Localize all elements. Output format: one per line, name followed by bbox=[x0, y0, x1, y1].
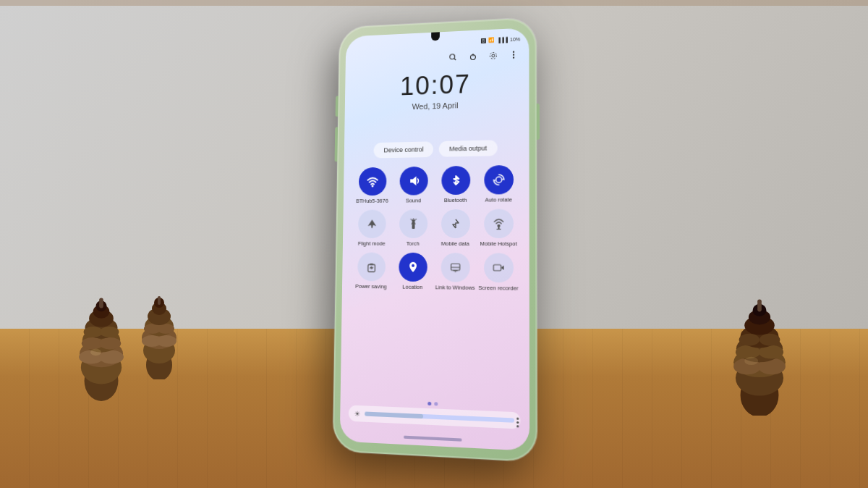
svg-point-23 bbox=[157, 324, 174, 334]
signal-bars-icon: ▐▐▐ bbox=[497, 37, 508, 43]
flightmode-label: Flight mode bbox=[358, 240, 386, 247]
location-label: Location bbox=[402, 284, 422, 290]
svg-rect-67 bbox=[370, 264, 373, 265]
sound-icon bbox=[399, 167, 427, 195]
svg-point-49 bbox=[490, 52, 496, 59]
svg-point-68 bbox=[412, 264, 414, 267]
svg-point-43 bbox=[744, 357, 758, 365]
status-icons: 🅱 📶 ▐▐▐ 10% bbox=[481, 36, 520, 43]
linktowindows-icon bbox=[441, 253, 469, 282]
qs-row-1: BTHub5-3676 Sound Bluetooth bbox=[352, 165, 520, 204]
brightness-more-icon[interactable] bbox=[516, 418, 519, 428]
qs-row-2: Flight mode Torch Mobile data bbox=[351, 209, 520, 247]
svg-line-61 bbox=[410, 219, 411, 219]
power-icon[interactable] bbox=[467, 50, 480, 63]
autorotate-icon bbox=[484, 165, 514, 195]
location-icon bbox=[399, 253, 427, 282]
device-control-button[interactable]: Device control bbox=[374, 141, 434, 158]
qs-tile-wifi[interactable]: BTHub5-3676 bbox=[353, 167, 391, 204]
device-media-row: Device control Media output bbox=[352, 140, 520, 159]
settings-icon[interactable] bbox=[487, 49, 500, 62]
powersaving-icon bbox=[357, 253, 386, 282]
qs-tile-location[interactable]: Location bbox=[393, 253, 433, 290]
bluetooth-label: Bluetooth bbox=[444, 197, 467, 203]
qs-tile-powersaving[interactable]: Power saving bbox=[352, 253, 391, 290]
qs-row-3: Power saving Location Link to Windows bbox=[350, 253, 520, 292]
clock: 10:07 bbox=[345, 67, 529, 104]
time-display: 10:07 Wed, 19 April bbox=[345, 67, 529, 113]
bluetooth-status-icon: 🅱 bbox=[481, 38, 486, 43]
qs-tile-mobilehotspot[interactable]: Mobile Hotspot bbox=[478, 209, 519, 247]
qs-tile-linktowindows[interactable]: Link to Windows bbox=[435, 253, 475, 291]
page-dot-2 bbox=[434, 402, 438, 405]
phone-screen: 🅱 📶 ▐▐▐ 10% bbox=[340, 28, 529, 451]
search-icon[interactable] bbox=[446, 51, 459, 64]
screenrecorder-icon bbox=[483, 253, 513, 282]
svg-point-15 bbox=[90, 349, 101, 356]
page-dots bbox=[427, 402, 438, 406]
media-output-button[interactable]: Media output bbox=[439, 140, 497, 156]
svg-rect-27 bbox=[158, 296, 161, 305]
svg-marker-58 bbox=[411, 221, 415, 224]
power-button[interactable] bbox=[537, 104, 540, 140]
battery-text: 10% bbox=[510, 36, 520, 42]
volume-up-button[interactable] bbox=[336, 96, 339, 117]
qs-tile-bluetooth[interactable]: Bluetooth bbox=[435, 166, 475, 203]
svg-point-54 bbox=[495, 177, 501, 182]
qs-tile-flightmode[interactable]: Flight mode bbox=[352, 210, 391, 247]
sound-label: Sound bbox=[406, 197, 421, 203]
svg-point-37 bbox=[739, 334, 760, 346]
svg-line-62 bbox=[415, 219, 416, 219]
phone-frame: 🅱 📶 ▐▐▐ 10% bbox=[333, 17, 537, 462]
wifi-label: BTHub5-3676 bbox=[356, 198, 388, 204]
svg-rect-57 bbox=[412, 224, 414, 229]
brightness-fill bbox=[365, 411, 514, 422]
mobiledata-icon bbox=[441, 209, 469, 238]
bluetooth-icon bbox=[441, 166, 470, 195]
qs-tile-screenrecorder[interactable]: Screen recorder bbox=[478, 253, 519, 292]
qs-tile-autorotate[interactable]: Auto rotate bbox=[478, 165, 519, 203]
svg-rect-64 bbox=[498, 227, 499, 229]
flightmode-icon bbox=[357, 210, 386, 238]
svg-rect-59 bbox=[412, 219, 415, 221]
wifi-status-icon: 📶 bbox=[488, 37, 495, 43]
svg-rect-14 bbox=[99, 298, 103, 308]
mobilehotspot-icon bbox=[484, 209, 514, 238]
screenrecorder-label: Screen recorder bbox=[478, 285, 518, 292]
page-dot-1 bbox=[427, 402, 431, 405]
qs-tile-sound[interactable]: Sound bbox=[394, 167, 433, 204]
svg-point-7 bbox=[99, 337, 121, 350]
pinecone-right bbox=[709, 293, 810, 416]
shelf-line bbox=[0, 0, 868, 6]
svg-marker-74 bbox=[501, 266, 503, 270]
svg-point-51 bbox=[513, 54, 514, 55]
qs-tile-torch[interactable]: Torch bbox=[393, 209, 433, 247]
pinecone-right-small bbox=[130, 293, 188, 379]
autorotate-label: Auto rotate bbox=[485, 196, 511, 203]
wifi-icon bbox=[358, 167, 386, 195]
svg-rect-73 bbox=[493, 265, 501, 271]
svg-point-38 bbox=[760, 334, 780, 346]
powersaving-label: Power saving bbox=[355, 283, 387, 290]
svg-point-53 bbox=[371, 185, 373, 187]
svg-rect-42 bbox=[757, 299, 762, 311]
svg-point-4 bbox=[99, 350, 124, 364]
more-icon[interactable] bbox=[507, 48, 520, 62]
mobilehotspot-label: Mobile Hotspot bbox=[480, 240, 517, 247]
phone: 🅱 📶 ▐▐▐ 10% bbox=[333, 17, 537, 462]
svg-point-48 bbox=[492, 54, 495, 57]
volume-down-button[interactable] bbox=[335, 127, 339, 161]
qs-tile-mobiledata[interactable]: Mobile data bbox=[435, 209, 475, 247]
svg-rect-65 bbox=[496, 229, 501, 230]
torch-label: Torch bbox=[407, 240, 420, 247]
navigation-bar bbox=[404, 436, 462, 442]
svg-line-45 bbox=[454, 59, 456, 61]
svg-point-20 bbox=[156, 335, 176, 347]
linktowindows-label: Link to Windows bbox=[435, 284, 475, 291]
svg-point-9 bbox=[84, 327, 103, 337]
mobiledata-label: Mobile data bbox=[441, 240, 469, 247]
svg-point-10 bbox=[100, 327, 119, 337]
quick-settings-grid: BTHub5-3676 Sound Bluetooth bbox=[350, 165, 520, 298]
torch-icon bbox=[399, 209, 427, 238]
brightness-bar[interactable]: ☀ bbox=[349, 405, 521, 429]
